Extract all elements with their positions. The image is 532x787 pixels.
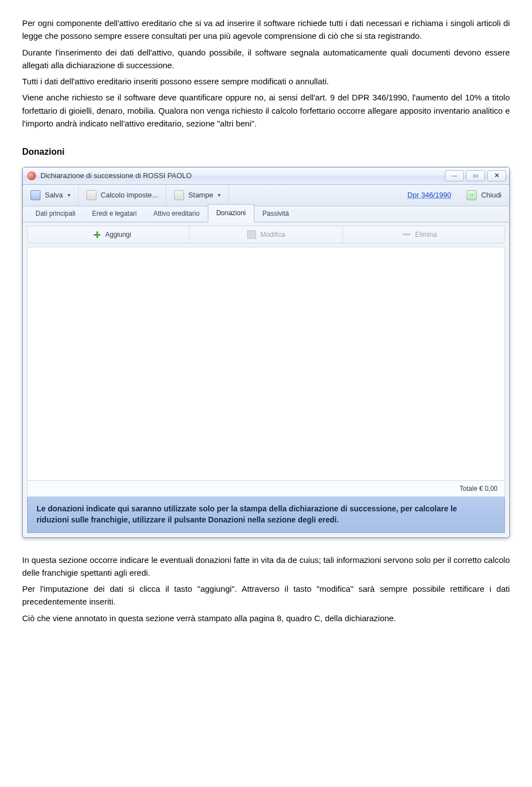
- chiudi-label: Chiudi: [481, 190, 502, 201]
- chiudi-button[interactable]: Chiudi: [459, 185, 509, 206]
- printer-icon: [174, 190, 184, 200]
- modifica-button[interactable]: Modifica: [190, 230, 343, 240]
- salva-button[interactable]: Salva ▾: [23, 185, 79, 206]
- tabbar: Dati principali Eredi e legatari Attivo …: [23, 206, 509, 222]
- salva-label: Salva: [45, 190, 63, 201]
- sub-toolbar: Aggiungi Modifica Elimina: [27, 226, 505, 243]
- elimina-label: Elimina: [415, 230, 437, 240]
- minus-icon: [403, 233, 411, 235]
- paragraph: Per ogni componente dell'attivo ereditar…: [22, 17, 510, 43]
- app-icon: [27, 171, 36, 180]
- content-list-area[interactable]: [27, 247, 505, 481]
- dpr-label: Dpr 346/1990: [407, 190, 451, 201]
- edit-icon: [247, 230, 256, 239]
- window-titlebar[interactable]: Dichiarazione di successione di ROSSI PA…: [23, 167, 509, 185]
- calcolo-label: Calcolo imposte...: [101, 190, 158, 201]
- main-toolbar: Salva ▾ Calcolo imposte... Stampe ▾ Dpr …: [23, 185, 509, 206]
- window-maximize-button[interactable]: ▭: [466, 170, 485, 181]
- window-minimize-button[interactable]: —: [445, 170, 464, 181]
- totale-row: Totale € 0,00: [27, 481, 505, 497]
- save-icon: [30, 190, 40, 200]
- aggiungi-label: Aggiungi: [105, 230, 131, 240]
- elimina-button[interactable]: Elimina: [343, 230, 497, 240]
- tab-passivita[interactable]: Passività: [254, 205, 298, 222]
- info-bar-text: Le donazioni indicate qui saranno utiliz…: [37, 504, 469, 525]
- tab-eredi-legatari[interactable]: Eredi e legatari: [84, 205, 145, 222]
- tab-attivo-ereditario[interactable]: Attivo ereditario: [145, 205, 208, 222]
- paragraph: Per l'imputazione dei dati si clicca il …: [22, 582, 510, 608]
- close-icon: [467, 190, 477, 200]
- aggiungi-button[interactable]: Aggiungi: [35, 230, 189, 240]
- calculator-icon: [86, 190, 96, 200]
- plus-icon: [93, 231, 101, 238]
- chevron-down-icon: ▾: [218, 191, 221, 200]
- modifica-label: Modifica: [260, 230, 285, 240]
- window-title: Dichiarazione di successione di ROSSI PA…: [40, 170, 192, 181]
- stampe-label: Stampe: [188, 190, 213, 201]
- stampe-button[interactable]: Stampe ▾: [166, 185, 229, 206]
- paragraph: In questa sezione occorre indicare le ev…: [22, 554, 510, 580]
- chevron-down-icon: ▾: [68, 191, 70, 200]
- tab-dati-principali[interactable]: Dati principali: [27, 205, 84, 222]
- heading-donazioni: Donazioni: [22, 145, 510, 159]
- toolbar-spacer: [229, 185, 400, 206]
- info-bar: Le donazioni indicate qui saranno utiliz…: [27, 497, 505, 532]
- paragraph: Tutti i dati dell'attivo ereditario inse…: [22, 75, 510, 88]
- paragraph: Durante l'inserimento dei dati dell'atti…: [22, 46, 510, 72]
- app-window: Dichiarazione di successione di ROSSI PA…: [22, 167, 510, 538]
- paragraph: Ciò che viene annotato in questa sezione…: [22, 612, 510, 624]
- calcolo-imposte-button[interactable]: Calcolo imposte...: [79, 185, 166, 206]
- dpr-link[interactable]: Dpr 346/1990: [400, 185, 459, 206]
- window-close-button[interactable]: ✕: [487, 170, 506, 181]
- paragraph: Viene anche richiesto se il software dev…: [22, 91, 510, 130]
- tab-donazioni[interactable]: Donazioni: [208, 204, 254, 222]
